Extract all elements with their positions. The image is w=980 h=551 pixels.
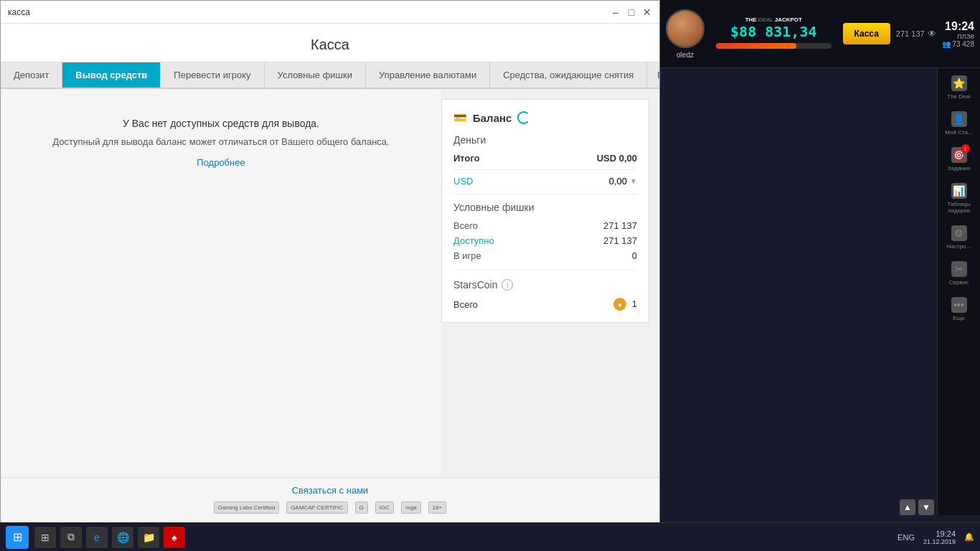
jackpot-jackpot-label: JACKPOT [775, 17, 802, 23]
scroll-up-button[interactable]: ▲ [900, 499, 915, 515]
chips-all-label: Всего [453, 220, 478, 231]
usd-label: USD [453, 176, 473, 187]
cert-gaming-labs: Gaming Labs Certified [214, 501, 280, 514]
avatar-face [667, 11, 703, 47]
sidebar-item-my-stats[interactable]: 👤 Мой Ста... [945, 111, 972, 136]
info-icon[interactable]: i [501, 279, 513, 291]
avatar [666, 9, 705, 48]
chips-available-value: 271 137 [603, 235, 637, 246]
cashier-header: Касса [1, 24, 659, 62]
scroll-buttons: ▲ ▼ [900, 499, 934, 515]
jackpot-the-label: THE [745, 17, 758, 23]
sidebar-label-more: Еще [953, 315, 964, 321]
tab-manage-currencies[interactable]: Управление валютами [366, 62, 490, 88]
taskbar: ⊞ ⊞ ⧉ e 🌐 📁 ♠ ENG 19:24 21.12.2019 🔔 [0, 522, 980, 551]
stars-coin-section: StarsCoin i Всего ● 1 [453, 270, 637, 311]
taskbar-icon-chrome[interactable]: 🌐 [112, 527, 133, 548]
my-stats-icon: 👤 [951, 111, 967, 127]
leaderboard-icon: 📊 [951, 183, 967, 199]
settings-icon: ⚙ [951, 225, 967, 241]
notification-icon[interactable]: 🔔 [964, 532, 974, 542]
close-button[interactable]: ✕ [642, 7, 652, 17]
notification-badge: 1 [961, 144, 970, 153]
sidebar-label-leaderboard: Таблицы лидеров [938, 201, 980, 214]
coin-badge-icon: ● [613, 298, 626, 311]
window-title: касса [8, 7, 30, 17]
right-sidebar: ⭐ The Deal 👤 Мой Ста... 🎯 1 Задания 📊 Та… [937, 68, 980, 515]
sidebar-item-service[interactable]: ✂ Сервис [949, 261, 969, 286]
cashier-window: касса – □ ✕ Касса Депозит Вывод средств … [0, 0, 660, 531]
chips-ingame-row: В игре 0 [453, 250, 637, 261]
people-icon: 👥 [942, 40, 951, 48]
chips-all-row: Всего 271 137 [453, 220, 637, 231]
client-balance-value: 271 137 [896, 29, 925, 38]
tab-transfer[interactable]: Перевести игроку [161, 62, 264, 88]
more-link[interactable]: Подробнее [197, 157, 245, 168]
client-balance-display: 271 137 👁 [896, 29, 936, 39]
tasks-icon: 🎯 1 [951, 147, 967, 163]
time-sub: ПЛЭ8 [942, 33, 974, 40]
taskbar-right: ENG 19:24 21.12.2019 🔔 [897, 529, 974, 545]
taskbar-lang: ENG [897, 533, 915, 542]
tab-pending-withdraw[interactable]: Средства, ожидающие снятия [490, 62, 647, 88]
taskbar-icon-taskview[interactable]: ⧉ [60, 527, 82, 548]
cert-igc: IGC [375, 501, 394, 514]
jackpot-progress-fill [716, 43, 796, 49]
jackpot-deal-label: DEAL [758, 17, 775, 23]
usd-value-group: 0,00 ▼ [609, 176, 637, 187]
cert-logos: Gaming Labs Certified GAMCAF CERTIFIC G … [15, 501, 645, 514]
taskbar-time: 19:24 21.12.2019 [923, 529, 956, 545]
service-icon: ✂ [951, 261, 967, 277]
cert-gamcaf: GAMCAF CERTIFIC [286, 501, 347, 514]
withdraw-panel: У Вас нет доступных средств для вывода. … [1, 89, 441, 477]
tab-more[interactable]: Еще ▼ [647, 62, 659, 88]
tab-deposit[interactable]: Депозит [1, 62, 62, 88]
sidebar-label-my-stats: Мой Ста... [945, 129, 972, 136]
stars-coin-label: Всего [453, 299, 478, 310]
cashier-footer: Связаться с нами Gaming Labs Certified G… [1, 477, 659, 521]
jackpot-progress-bar [716, 43, 831, 49]
stars-coin-value: ● 1 [613, 298, 637, 311]
play-chips-section: Условные фишки Всего 271 137 Доступно 27… [453, 202, 637, 261]
maximize-button[interactable]: □ [626, 7, 636, 17]
tab-withdraw[interactable]: Вывод средств [62, 62, 161, 88]
chips-ingame-label: В игре [453, 250, 481, 261]
sidebar-item-leaderboard[interactable]: 📊 Таблицы лидеров [938, 183, 980, 214]
taskbar-icon-search[interactable]: ⊞ [34, 527, 56, 548]
scroll-down-button[interactable]: ▼ [918, 499, 934, 515]
avatar-section: oledz [666, 9, 705, 59]
cert-mga: mga [401, 501, 421, 514]
usd-row: USD 0,00 ▼ [453, 176, 637, 187]
username-label: oledz [677, 51, 694, 59]
cert-g: G [355, 501, 368, 514]
balance-header: 💳 Баланс [453, 111, 637, 124]
no-funds-message: У Вас нет доступных средств для вывода. [123, 118, 319, 129]
tab-play-chips[interactable]: Условные фишки [265, 62, 366, 88]
sidebar-label-the-deal: The Deal [947, 93, 970, 100]
start-button[interactable]: ⊞ [6, 526, 29, 549]
chips-available-row: Доступно 271 137 [453, 235, 637, 246]
taskbar-icon-pokerstars[interactable]: ♠ [164, 527, 185, 548]
play-chips-title: Условные фишки [453, 202, 637, 213]
poker-client-panel: oledz THE DEAL JACKPOT $88 831,34 Касса … [660, 0, 980, 551]
client-cashier-button[interactable]: Касса [843, 23, 890, 44]
tabs-bar: Депозит Вывод средств Перевести игроку У… [1, 62, 659, 89]
balance-panel: 💳 Баланс Деньги Итого USD 0,00 USD 0,00 … [441, 99, 649, 323]
sidebar-label-service: Сервис [949, 279, 969, 286]
balance-note: Доступный для вывода баланс может отлича… [52, 136, 389, 147]
window-titlebar: касса – □ ✕ [1, 1, 659, 24]
chips-available-label: Доступно [453, 235, 494, 246]
sidebar-item-the-deal[interactable]: ⭐ The Deal [947, 75, 970, 100]
chips-all-value: 271 137 [603, 220, 637, 231]
sidebar-item-settings[interactable]: ⚙ Настро... [947, 225, 971, 250]
sidebar-item-tasks[interactable]: 🎯 1 Задания [948, 147, 971, 171]
taskbar-icon-files[interactable]: 📁 [138, 527, 159, 548]
contact-link[interactable]: Связаться с нами [15, 485, 645, 496]
balance-total-row: Итого USD 0,00 [453, 153, 637, 170]
refresh-icon[interactable] [517, 111, 530, 124]
sidebar-label-settings: Настро... [947, 243, 971, 250]
sidebar-item-more[interactable]: ••• Еще [951, 297, 967, 321]
minimize-button[interactable]: – [611, 7, 621, 17]
taskbar-icon-edge[interactable]: e [86, 527, 108, 548]
time-section: 19:24 ПЛЭ8 👥 73 428 [942, 20, 974, 48]
